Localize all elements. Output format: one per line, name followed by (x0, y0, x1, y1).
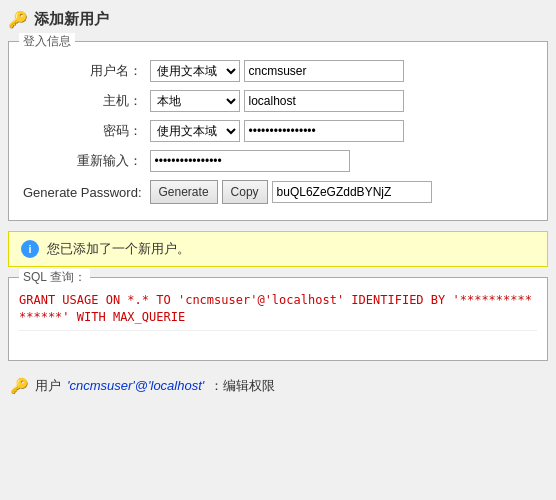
password-row: 密码： 使用文本域 (19, 116, 537, 146)
reenter-label: 重新输入： (19, 146, 146, 176)
login-section-legend: 登入信息 (19, 33, 75, 50)
copy-button[interactable]: Copy (222, 180, 268, 204)
sql-empty-row (19, 330, 537, 350)
login-form-table: 用户名： 使用文本域 主机： 本地 (19, 56, 537, 208)
generated-password-input[interactable] (272, 181, 432, 203)
username-label: 用户名： (19, 56, 146, 86)
sql-section-legend: SQL 查询： (19, 269, 90, 286)
page-title-bar: 🔑 添加新用户 (8, 8, 548, 31)
sql-section: SQL 查询： GRANT USAGE ON *.* TO 'cncmsuser… (8, 277, 548, 361)
password-input[interactable] (244, 120, 404, 142)
footer-prefix: 用户 (35, 377, 61, 395)
reenter-input[interactable] (150, 150, 350, 172)
host-controls: 本地 (146, 86, 537, 116)
notice-icon: i (21, 240, 39, 258)
generate-password-row: Generate Password: Generate Copy (19, 176, 537, 208)
username-input[interactable] (244, 60, 404, 82)
password-label: 密码： (19, 116, 146, 146)
page-wrapper: 🔑 添加新用户 登入信息 用户名： 使用文本域 主机： (0, 0, 556, 407)
host-input[interactable] (244, 90, 404, 112)
footer-icon: 🔑 (10, 377, 29, 395)
username-controls: 使用文本域 (146, 56, 537, 86)
sql-content: GRANT USAGE ON *.* TO 'cncmsuser'@'local… (19, 292, 537, 326)
footer-suffix: ：编辑权限 (210, 377, 275, 395)
password-controls: 使用文本域 (146, 116, 537, 146)
page-title: 添加新用户 (34, 10, 109, 29)
username-row: 用户名： 使用文本域 (19, 56, 537, 86)
reenter-row: 重新输入： (19, 146, 537, 176)
notice-text: 您已添加了一个新用户。 (47, 240, 190, 258)
notice-box: i 您已添加了一个新用户。 (8, 231, 548, 267)
host-row: 主机： 本地 (19, 86, 537, 116)
footer-user-link[interactable]: 'cncmsuser'@'localhost' (67, 378, 204, 393)
user-footer: 🔑 用户 'cncmsuser'@'localhost' ：编辑权限 (8, 371, 548, 399)
reenter-controls (146, 146, 537, 176)
host-type-select[interactable]: 本地 (150, 90, 240, 112)
username-type-select[interactable]: 使用文本域 (150, 60, 240, 82)
host-label: 主机： (19, 86, 146, 116)
password-type-select[interactable]: 使用文本域 (150, 120, 240, 142)
login-section: 登入信息 用户名： 使用文本域 主机： (8, 41, 548, 221)
generate-button[interactable]: Generate (150, 180, 218, 204)
title-icon: 🔑 (8, 10, 28, 29)
generate-password-label: Generate Password: (19, 176, 146, 208)
generate-controls: Generate Copy (146, 176, 537, 208)
